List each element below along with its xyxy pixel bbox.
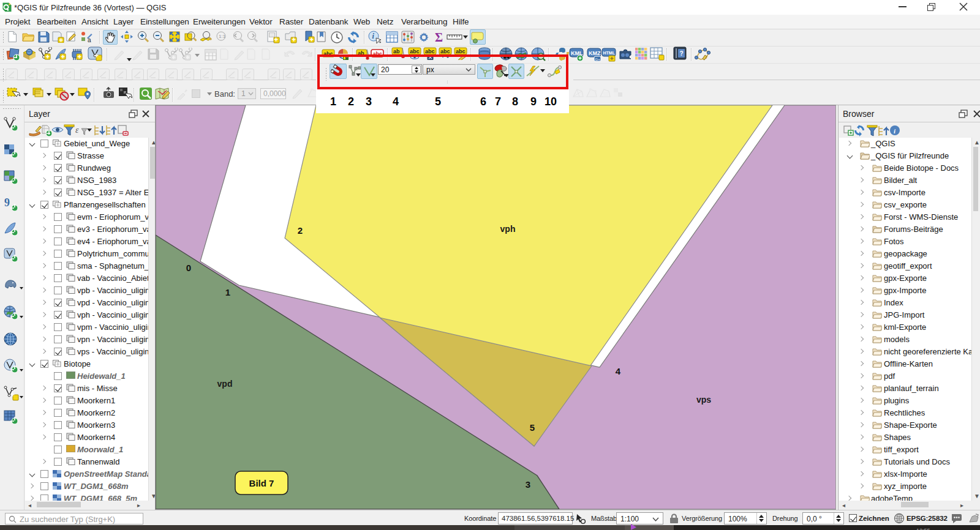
svg-text:1: 1 xyxy=(225,287,230,297)
svg-text:a: a xyxy=(88,37,91,43)
svg-text:HTML: HTML xyxy=(603,51,616,55)
svg-text:KMZ: KMZ xyxy=(589,50,601,56)
svg-text:Σ: Σ xyxy=(435,31,443,44)
svg-text:?: ? xyxy=(680,50,684,57)
svg-text:1:1: 1:1 xyxy=(219,34,226,39)
svg-text:G+: G+ xyxy=(595,58,601,61)
svg-text:vph: vph xyxy=(500,224,516,234)
svg-text:ab: ab xyxy=(393,48,400,54)
svg-text:9: 9 xyxy=(4,196,10,209)
svg-text:abc: abc xyxy=(425,48,435,54)
svg-text:Bild 7: Bild 7 xyxy=(249,478,274,488)
svg-text:vpd: vpd xyxy=(217,379,233,389)
svg-text:3: 3 xyxy=(526,479,530,490)
svg-text:2: 2 xyxy=(298,225,303,236)
svg-text:vps: vps xyxy=(696,395,711,405)
svg-text:abc: abc xyxy=(456,48,466,54)
svg-text:0: 0 xyxy=(186,263,191,273)
svg-text:ε: ε xyxy=(75,125,79,135)
svg-text:5: 5 xyxy=(530,422,535,433)
svg-text:4: 4 xyxy=(616,366,621,376)
svg-text:abc: abc xyxy=(440,48,450,54)
svg-text:abc: abc xyxy=(410,48,420,54)
